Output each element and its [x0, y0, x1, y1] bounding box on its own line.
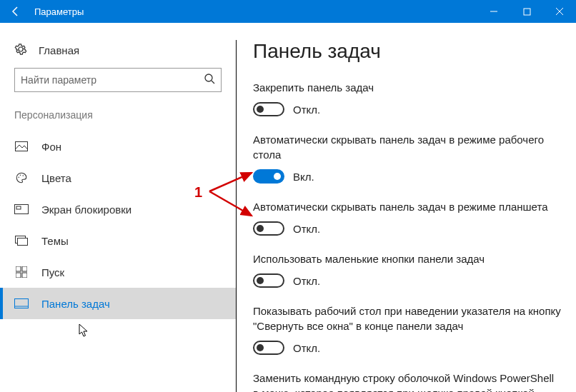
sidebar-item-label: Темы — [41, 235, 69, 247]
palette-icon — [14, 171, 29, 184]
toggle-knob — [257, 344, 264, 351]
toggle-state: Откл. — [293, 275, 320, 287]
setting-lock-taskbar: Закрепить панель задач Откл. — [253, 80, 562, 116]
window-title: Параметры — [31, 6, 477, 17]
toggle-state: Откл. — [293, 104, 320, 116]
sidebar-item-label: Пуск — [41, 266, 64, 278]
maximize-button[interactable] — [510, 0, 543, 23]
sidebar-item-label: Экран блокировки — [41, 203, 131, 216]
search-icon — [204, 73, 215, 87]
svg-rect-15 — [22, 273, 27, 278]
lockscreen-icon — [14, 204, 29, 214]
svg-point-6 — [20, 175, 21, 176]
setting-show-desktop-hover: Показывать рабочий стол при наведении ук… — [253, 303, 562, 355]
main-panel: Панель задач Закрепить панель задач Откл… — [236, 23, 576, 392]
toggle-knob — [257, 106, 264, 113]
picture-icon — [14, 141, 29, 151]
setting-label: Заменить командную строку оболочкой Wind… — [253, 371, 562, 392]
sidebar-item-label: Панель задач — [41, 298, 110, 310]
setting-label: Показывать рабочий стол при наведении ук… — [253, 303, 562, 333]
sidebar: Главная Персонализация Фон Цвета Э — [0, 23, 236, 392]
sidebar-item-label: Цвета — [41, 172, 71, 184]
sidebar-item-themes[interactable]: Темы — [0, 225, 236, 256]
svg-line-3 — [212, 81, 214, 84]
minimize-button[interactable] — [477, 0, 510, 23]
close-icon — [555, 7, 564, 16]
toggle-knob — [257, 277, 264, 284]
setting-powershell: Заменить командную строку оболочкой Wind… — [253, 371, 562, 392]
home-label: Главная — [39, 44, 79, 56]
svg-rect-1 — [524, 9, 530, 15]
search-box[interactable] — [14, 68, 222, 92]
svg-rect-11 — [18, 238, 28, 246]
toggle-state: Откл. — [293, 342, 320, 354]
toggle-autohide-tablet[interactable] — [253, 221, 284, 236]
home-link[interactable]: Главная — [0, 37, 236, 68]
toggle-show-desktop-hover[interactable] — [253, 341, 284, 355]
svg-rect-4 — [16, 142, 28, 151]
setting-label: Автоматически скрывать панель задач в ре… — [253, 132, 562, 162]
svg-rect-16 — [15, 299, 29, 308]
minimize-icon — [490, 7, 498, 16]
setting-autohide-tablet: Автоматически скрывать панель задач в ре… — [253, 199, 562, 236]
svg-rect-9 — [16, 206, 21, 209]
svg-rect-14 — [16, 273, 21, 278]
sidebar-item-start[interactable]: Пуск — [0, 256, 236, 288]
toggle-knob — [274, 173, 281, 180]
setting-label: Автоматически скрывать панель задач в ре… — [253, 199, 562, 214]
search-input[interactable] — [21, 74, 204, 86]
start-icon — [14, 266, 29, 278]
svg-rect-13 — [22, 266, 27, 271]
setting-label: Использовать маленькие кнопки панели зад… — [253, 251, 562, 266]
maximize-icon — [523, 8, 531, 16]
svg-rect-12 — [16, 266, 21, 271]
svg-point-7 — [23, 175, 24, 176]
sidebar-item-label: Фон — [41, 141, 61, 153]
svg-point-2 — [205, 74, 212, 81]
setting-small-buttons: Использовать маленькие кнопки панели зад… — [253, 251, 562, 288]
cursor-icon — [79, 323, 90, 341]
toggle-knob — [257, 225, 264, 232]
page-title: Панель задач — [253, 40, 562, 63]
back-button[interactable] — [0, 0, 31, 23]
setting-autohide-desktop: Автоматически скрывать панель задач в ре… — [253, 132, 562, 184]
gear-icon — [14, 43, 27, 58]
arrow-left-icon — [10, 6, 21, 17]
toggle-small-buttons[interactable] — [253, 273, 284, 288]
toggle-state: Откл. — [293, 223, 320, 235]
section-label: Персонализация — [0, 109, 236, 131]
setting-label: Закрепить панель задач — [253, 80, 562, 95]
themes-icon — [14, 236, 29, 246]
sidebar-item-taskbar[interactable]: Панель задач — [0, 288, 236, 319]
toggle-state: Вкл. — [293, 171, 314, 183]
taskbar-icon — [14, 298, 29, 308]
annotation-number: 1 — [194, 184, 202, 201]
toggle-lock-taskbar[interactable] — [253, 102, 284, 116]
titlebar: Параметры — [0, 0, 576, 23]
toggle-autohide-desktop[interactable] — [253, 169, 284, 184]
close-button[interactable] — [543, 0, 576, 23]
svg-point-5 — [19, 177, 20, 179]
content-area: Главная Персонализация Фон Цвета Э — [0, 23, 576, 392]
sidebar-item-background[interactable]: Фон — [0, 131, 236, 162]
